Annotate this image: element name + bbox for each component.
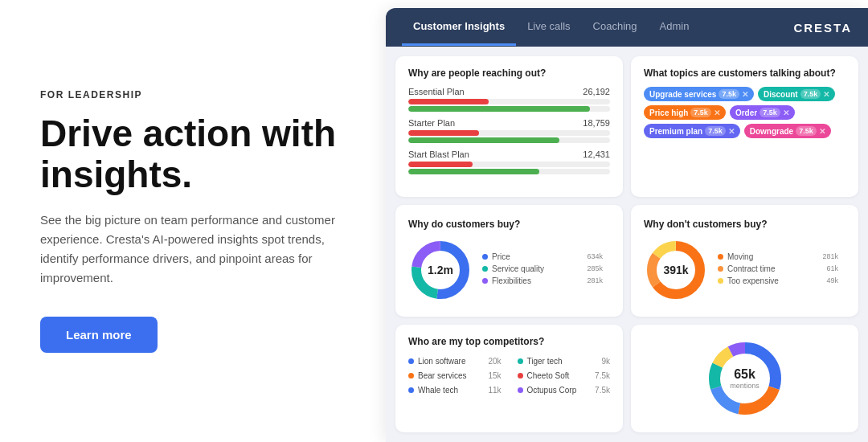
left-panel: FOR LEADERSHIP Drive action with insight…	[0, 0, 386, 442]
card-why-not-buy: Why don't customers buy? 391k	[631, 205, 858, 316]
legend-price: Price 634k	[482, 252, 603, 261]
not-buy-donut: 391k	[644, 238, 708, 302]
competitors-grid: Lion software 20k Tiger tech 9k Bear ser…	[408, 355, 610, 396]
tab-live-calls[interactable]: Live calls	[516, 9, 581, 46]
comp-octupus-corp: Octupus Corp 7.5k	[518, 384, 611, 396]
bar-value-2: 18,759	[583, 118, 610, 128]
subtext: See the big picture on team performance …	[40, 211, 346, 288]
comp-whale-tech: Whale tech 11k	[408, 384, 502, 396]
competitor-donut-label: 65k mentions	[730, 367, 760, 390]
legend-service-quality: Service quality 285k	[482, 264, 603, 273]
not-buy-donut-label: 391k	[663, 264, 688, 276]
buy-donut: 1.2m	[408, 238, 473, 302]
bar-track-red-1	[408, 99, 610, 104]
card1-title: Why are people reaching out?	[408, 68, 610, 79]
bar-track-red-3	[408, 162, 610, 167]
tag-upgrade-services[interactable]: Upgrade services 7.5k ✕	[644, 87, 754, 101]
card-topics: What topics are customers talking about?…	[631, 56, 858, 197]
legend-flexibilities: Flexibilities 281k	[482, 276, 603, 285]
bar-value-1: 26,192	[583, 87, 610, 96]
card5-title: Who are my top competitors?	[408, 336, 610, 347]
cresta-logo: CRESTA	[793, 21, 852, 35]
learn-more-button[interactable]: Learn more	[40, 317, 158, 353]
competitor-donut-num: 65k	[730, 367, 760, 382]
bar-essential-plan: Essential Plan 26,192	[408, 87, 610, 112]
comp-lion-software: Lion software 20k	[408, 355, 502, 367]
legend-too-expensive: Too expensive 49k	[718, 276, 838, 285]
bar-track-red-2	[408, 130, 610, 136]
for-leadership-label: FOR LEADERSHIP	[40, 89, 346, 100]
tag-price-high[interactable]: Price high 7.5k ✕	[644, 105, 726, 120]
card4-title: Why don't customers buy?	[644, 219, 845, 230]
comp-cheeto-soft: Cheeto Soft 7.5k	[518, 370, 611, 382]
tab-customer-insights[interactable]: Customer Insights	[402, 9, 516, 46]
comp-bear-services: Bear services 15k	[408, 370, 502, 382]
bar-blast-plan: Start Blast Plan 12,431	[408, 149, 610, 174]
competitor-donut-sub: mentions	[730, 382, 760, 390]
headline: Drive action with insights.	[40, 113, 346, 194]
card2-title: What topics are customers talking about?	[644, 68, 845, 79]
bar-label-3: Start Blast Plan	[408, 149, 469, 159]
tab-coaching[interactable]: Coaching	[582, 9, 649, 46]
card-reaching-out: Why are people reaching out? Essential P…	[395, 56, 623, 197]
dashboard-nav: Customer Insights Live calls Coaching Ad…	[386, 8, 868, 47]
card-competitor-donut: 65k mentions	[631, 325, 858, 432]
card3-title: Why do customers buy?	[408, 219, 610, 230]
bar-label-2: Starter Plan	[408, 118, 455, 128]
legend-moving: Moving 281k	[718, 252, 838, 261]
tag-downgrade[interactable]: Downgrade 7.5k ✕	[744, 124, 831, 138]
tags-container: Upgrade services 7.5k ✕ Discount 7.5k ✕ …	[644, 87, 845, 138]
card-competitors: Who are my top competitors? Lion softwar…	[395, 325, 623, 432]
dashboard-content: Why are people reaching out? Essential P…	[386, 47, 868, 442]
tab-admin[interactable]: Admin	[649, 9, 701, 46]
bar-track-green-3	[408, 169, 610, 174]
buy-legend: Price 634k Service quality 285k Flexibil…	[482, 252, 603, 289]
bar-track-green-2	[408, 137, 610, 143]
tag-order[interactable]: Order 7.5k ✕	[730, 105, 795, 120]
card-why-buy: Why do customers buy?	[395, 205, 623, 316]
competitor-big-donut: 65k mentions	[705, 338, 785, 419]
legend-contract-time: Contract time 61k	[718, 264, 838, 273]
buy-donut-label: 1.2m	[428, 264, 453, 276]
bar-track-green-1	[408, 106, 610, 112]
bar-value-3: 12,431	[583, 149, 610, 159]
comp-tiger-tech: Tiger tech 9k	[518, 355, 611, 367]
bar-starter-plan: Starter Plan 18,759	[408, 118, 610, 143]
tag-discount[interactable]: Discount 7.5k ✕	[758, 87, 835, 101]
dashboard-panel: Customer Insights Live calls Coaching Ad…	[386, 8, 868, 442]
bar-label-1: Essential Plan	[408, 87, 465, 96]
tag-premium-plan[interactable]: Premium plan 7.5k ✕	[644, 124, 740, 138]
not-buy-legend: Moving 281k Contract time 61k Too expens…	[718, 252, 838, 289]
